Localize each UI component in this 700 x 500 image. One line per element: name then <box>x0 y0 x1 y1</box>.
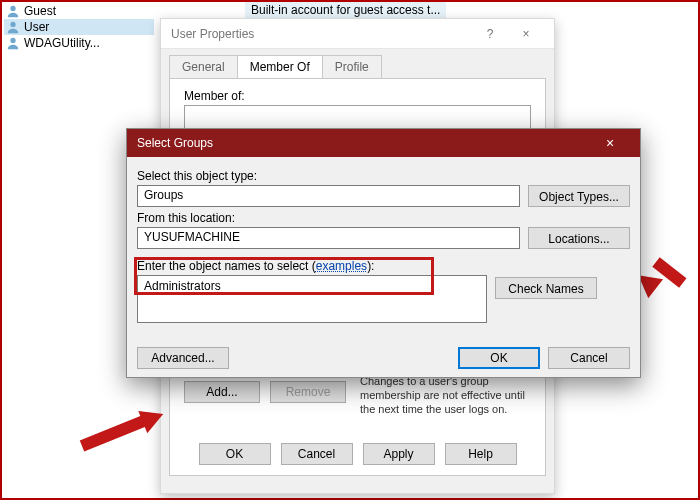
location-field[interactable]: YUSUFMACHINE <box>137 227 520 249</box>
user-name: User <box>24 20 49 34</box>
help-button[interactable]: Help <box>445 443 517 465</box>
svg-point-0 <box>10 6 15 11</box>
member-of-label: Member of: <box>184 89 245 103</box>
object-type-field[interactable]: Groups <box>137 185 520 207</box>
object-types-button[interactable]: Object Types... <box>528 185 630 207</box>
remove-button: Remove <box>270 381 346 403</box>
help-button[interactable]: ? <box>472 27 508 41</box>
ok-button[interactable]: OK <box>458 347 540 369</box>
list-item[interactable]: User <box>4 19 154 35</box>
ok-button[interactable]: OK <box>199 443 271 465</box>
cancel-button[interactable]: Cancel <box>548 347 630 369</box>
user-name: Guest <box>24 4 56 18</box>
locations-button[interactable]: Locations... <box>528 227 630 249</box>
titlebar: User Properties ? × <box>161 19 554 49</box>
user-icon <box>6 20 20 34</box>
examples-link[interactable]: examples <box>316 259 367 273</box>
window-title: User Properties <box>171 27 472 41</box>
tabs: General Member Of Profile <box>161 49 554 78</box>
location-label: From this location: <box>137 211 630 225</box>
tab-profile[interactable]: Profile <box>322 55 382 78</box>
enter-names-label-pre: Enter the object names to select ( <box>137 259 316 273</box>
list-item[interactable]: WDAGUtility... <box>4 35 154 51</box>
list-item[interactable]: Guest <box>4 3 154 19</box>
user-name: WDAGUtility... <box>24 36 100 50</box>
object-names-input[interactable]: Administrators <box>137 275 487 323</box>
close-button[interactable]: × <box>508 27 544 41</box>
tab-member-of[interactable]: Member Of <box>237 55 323 78</box>
dialog-body: Select this object type: Groups Object T… <box>127 157 640 379</box>
dialog-buttons: OK Cancel Apply Help <box>170 443 545 465</box>
titlebar: Select Groups × <box>127 129 640 157</box>
user-icon <box>6 36 20 50</box>
advanced-button[interactable]: Advanced... <box>137 347 229 369</box>
select-groups-dialog: Select Groups × Select this object type:… <box>126 128 641 378</box>
object-type-label: Select this object type: <box>137 169 630 183</box>
account-description: Built-in account for guest access t... <box>245 2 446 18</box>
window-title: Select Groups <box>137 136 590 150</box>
membership-note: Changes to a user's group membership are… <box>360 375 531 416</box>
apply-button[interactable]: Apply <box>363 443 435 465</box>
cancel-button[interactable]: Cancel <box>281 443 353 465</box>
add-button[interactable]: Add... <box>184 381 260 403</box>
enter-names-label: Enter the object names to select (exampl… <box>137 259 374 273</box>
tab-general[interactable]: General <box>169 55 238 78</box>
user-icon <box>6 4 20 18</box>
close-button[interactable]: × <box>590 135 630 151</box>
svg-point-1 <box>10 22 15 27</box>
enter-names-label-post: ): <box>367 259 374 273</box>
svg-point-2 <box>10 38 15 43</box>
user-list: Guest User WDAGUtility... <box>4 3 154 51</box>
check-names-button[interactable]: Check Names <box>495 277 597 299</box>
